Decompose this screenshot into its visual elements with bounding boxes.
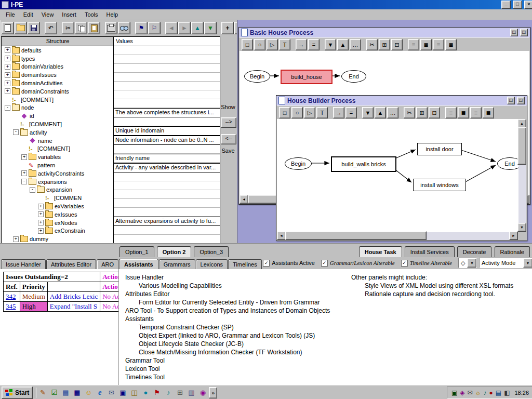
target-icon[interactable]: ◉ <box>197 388 208 398</box>
value-row[interactable]: Activity - any variable described in var… <box>114 163 220 172</box>
issue-ref-link[interactable]: 345 <box>4 302 20 312</box>
paste-button[interactable]: ⊟ <box>429 107 440 118</box>
scroll-left-button[interactable]: ◄ <box>277 231 286 240</box>
tab-issue-handler[interactable]: Issue Handler <box>1 259 46 269</box>
tab-attributes-editor[interactable]: Attributes Editor <box>46 259 96 269</box>
forward-button[interactable]: ► <box>178 22 191 34</box>
align-right-button[interactable]: ≡ <box>470 107 482 118</box>
folder-icon[interactable]: ◫ <box>129 388 139 398</box>
assistants-active-checkbox[interactable]: ✓ <box>263 260 270 267</box>
quicklaunch-icon-1[interactable]: ✎ <box>37 388 48 398</box>
build-house-node[interactable]: build_house <box>281 70 332 84</box>
maximize-button[interactable]: ◳ <box>520 29 528 36</box>
tree-item-comment[interactable]: [COMMEN <box>2 194 114 202</box>
value-row[interactable] <box>114 64 220 73</box>
globe-icon[interactable]: ● <box>140 388 151 398</box>
tab-option-2[interactable]: Option 2 <box>157 246 192 258</box>
value-row[interactable] <box>114 190 220 199</box>
maximize-button[interactable]: ◳ <box>517 97 525 104</box>
expand-icon[interactable]: + <box>38 220 44 225</box>
detach-window-button[interactable]: ⚑ <box>135 22 148 34</box>
scroll-up-button[interactable]: ▲ <box>517 119 526 128</box>
more-button[interactable]: … <box>350 39 361 50</box>
issue-ref-link[interactable]: 342 <box>4 292 20 302</box>
titlebar[interactable]: I-PE _ □ × <box>0 0 532 9</box>
start-button[interactable]: Start <box>2 387 33 399</box>
value-row[interactable] <box>114 73 220 82</box>
document-icon[interactable]: ▥ <box>186 388 196 398</box>
expand-icon[interactable]: + <box>38 204 44 209</box>
tree-item-comment[interactable]: [COMMENT] <box>2 96 114 104</box>
text-tool-button[interactable]: T <box>279 39 290 50</box>
build-walls-bricks-node[interactable]: build_walls bricks <box>331 156 396 172</box>
rect-tool-button[interactable]: □ <box>242 39 253 50</box>
value-row[interactable] <box>114 235 220 244</box>
paste-button[interactable] <box>88 22 100 34</box>
copy-button[interactable]: ⊞ <box>379 39 390 50</box>
media-icon[interactable]: ♪ <box>163 388 174 398</box>
install-door-node[interactable]: install door <box>417 143 462 155</box>
value-row[interactable]: Alternative expansions of activity to fu… <box>114 217 220 226</box>
value-row[interactable] <box>114 181 220 190</box>
close-button[interactable]: × <box>524 1 532 9</box>
tab-timelines[interactable]: Timelines <box>228 259 262 269</box>
align-justify-button[interactable]: ≣ <box>445 39 457 50</box>
open-button[interactable] <box>15 22 27 34</box>
scroll-down-button[interactable]: ▼ <box>517 223 526 232</box>
equals-tool-button[interactable]: = <box>308 39 320 50</box>
tab-assistants[interactable]: Assistants <box>119 259 158 269</box>
undo-button[interactable]: ↶ <box>45 22 57 34</box>
tab-rationale[interactable]: Rationale <box>495 246 530 258</box>
expand-up-button[interactable]: ▲ <box>375 107 386 118</box>
scrollbar-thumb[interactable] <box>285 231 427 240</box>
align-left-button[interactable]: ≡ <box>445 107 457 118</box>
expand-icon[interactable]: + <box>5 72 10 78</box>
align-center-button[interactable]: ≣ <box>420 39 432 50</box>
menu-file[interactable]: File <box>2 10 19 19</box>
menu-view[interactable]: View <box>37 10 58 19</box>
expand-icon[interactable]: + <box>38 228 44 234</box>
tab-house-task[interactable]: House Task <box>359 246 402 258</box>
move-down-button[interactable]: ▼ <box>204 22 217 34</box>
flag-icon[interactable]: ⚑ <box>152 388 162 398</box>
tab-grammars[interactable]: Grammars <box>159 259 195 269</box>
monitor-icon[interactable]: ▣ <box>117 388 128 398</box>
tree-item-exConstraints[interactable]: +exConstrain <box>2 227 114 235</box>
value-row[interactable] <box>114 145 220 154</box>
expand-icon[interactable]: + <box>5 56 10 61</box>
collapse-icon[interactable]: - <box>5 105 10 111</box>
align-right-button[interactable]: ≡ <box>433 39 444 50</box>
menu-edit[interactable]: Edit <box>19 10 37 19</box>
expand-icon[interactable]: + <box>21 154 27 160</box>
triangle-tool-button[interactable]: ▷ <box>267 39 278 50</box>
find-button[interactable] <box>118 22 130 34</box>
shape-select[interactable]: ◇ ▼ <box>458 258 477 268</box>
expand-icon[interactable]: + <box>5 81 10 86</box>
value-row[interactable]: Node information - node can be 0..N ... <box>114 136 220 145</box>
tree-item-types[interactable]: +types <box>2 55 114 63</box>
expand-icon[interactable]: + <box>21 170 27 176</box>
expand-down-button[interactable]: ▼ <box>362 107 374 118</box>
chevron-down-icon[interactable]: ▼ <box>467 258 476 268</box>
tree-item-variables[interactable]: +variables <box>2 153 114 161</box>
timeline-alterable-checkbox[interactable]: ✓ <box>401 260 408 267</box>
tray-icon-8[interactable]: ◧ <box>504 389 510 396</box>
move-left-button[interactable]: <-- <box>221 134 236 144</box>
value-row[interactable] <box>114 172 220 181</box>
minimize-button[interactable]: _ <box>501 1 511 9</box>
tree-item-node[interactable]: -node <box>2 104 114 112</box>
tray-icon-7[interactable]: ▤ <box>496 389 501 396</box>
menu-tools[interactable]: Tools <box>81 10 102 19</box>
value-row[interactable]: friendly name <box>114 154 220 163</box>
collapse-icon[interactable]: - <box>21 179 27 184</box>
move-up-button[interactable]: ▲ <box>191 22 204 34</box>
tray-icon-2[interactable]: ◈ <box>460 389 464 396</box>
value-row[interactable] <box>114 199 220 208</box>
attach-window-button[interactable]: ⚐ <box>148 22 161 34</box>
window-titlebar[interactable]: Basic House Process ◰ ◳ <box>239 28 530 37</box>
tree-item-activity[interactable]: -activity <box>2 128 114 137</box>
quicklaunch-icon-3[interactable]: ▤ <box>60 388 71 398</box>
value-row[interactable] <box>114 82 220 90</box>
tree-item-domainIssues[interactable]: +domainIssues <box>2 71 114 79</box>
tree-item-comment[interactable]: [COMMENT] <box>2 145 114 153</box>
